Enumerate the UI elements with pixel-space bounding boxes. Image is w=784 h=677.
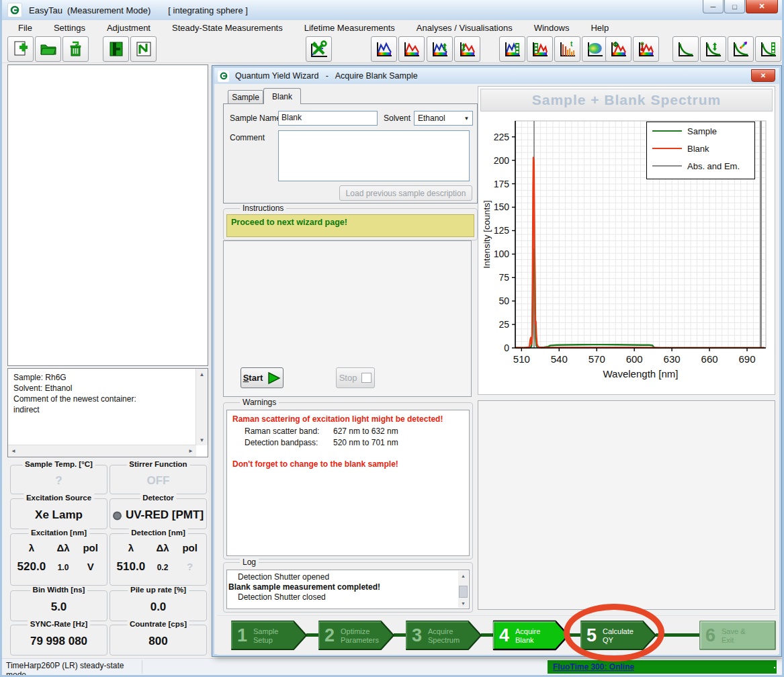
detection-pol-value: ?	[177, 561, 202, 574]
log-scrollbar[interactable]: ▲ ▼	[458, 571, 468, 608]
maximize-button[interactable]: □	[724, 0, 745, 13]
solvent-combobox[interactable]: Ethanol ▼	[414, 111, 473, 126]
svg-text:125: 125	[494, 225, 510, 236]
menu-item-steady-state[interactable]: Steady-State Measurements	[172, 23, 283, 33]
statusbar-online-indicator: FluoTime 300: Online	[548, 660, 777, 674]
scroll-down-icon[interactable]: ▼	[196, 435, 208, 445]
start-button[interactable]: Start	[241, 367, 284, 388]
svg-text:200: 200	[494, 155, 510, 166]
tcspc-histogram-icon[interactable]: t	[554, 36, 580, 62]
sample-info-hscrollbar[interactable]: ◄►	[8, 445, 196, 457]
close-button[interactable]: ✕	[746, 0, 778, 13]
instructions-title: Instructions	[240, 204, 286, 213]
load-previous-sample-button[interactable]: Load previous sample description	[339, 185, 472, 201]
menu-item-settings[interactable]: Settings	[54, 23, 85, 33]
app-logo-icon	[7, 3, 22, 17]
bin-width-label: Bin Width [ns]	[30, 586, 88, 594]
decay-series-icon[interactable]	[755, 36, 781, 62]
excitation-spectrum-icon[interactable]	[371, 36, 397, 62]
dialog-close-button[interactable]: ✕	[751, 69, 775, 82]
excitation-label: Excitation [nm]	[28, 529, 89, 537]
pol-header: pol	[78, 542, 103, 553]
wizard-step-4-acquire-blank[interactable]: 4AcquireBlank	[492, 620, 570, 651]
statusbar: TimeHarp260P (LR) steady-state mode Fluo…	[2, 658, 782, 675]
2d-map-icon[interactable]	[582, 36, 608, 62]
solvent-value: Ethanol	[415, 114, 461, 123]
svg-text:660: 660	[701, 353, 718, 365]
menu-item-file[interactable]: File	[18, 23, 32, 33]
stop-button[interactable]: Stop	[336, 367, 375, 388]
open-file-icon[interactable]	[35, 36, 61, 62]
delta-lambda-header: Δλ	[48, 542, 79, 553]
menu-item-help[interactable]: Help	[591, 23, 609, 33]
svg-text:570: 570	[589, 353, 605, 365]
temperature-series-icon[interactable]	[633, 36, 659, 62]
menu-item-analyses[interactable]: Analyses / Visualisations	[417, 23, 513, 33]
secondary-display-panel	[478, 400, 775, 610]
detection-label: Detection [nm]	[128, 529, 188, 537]
sync-rate-value: 79 998 080	[11, 635, 107, 648]
pileup-box: Pile up rate [%] 0.0	[110, 590, 207, 621]
wizard-step-1-sample-setup[interactable]: 1SampleSetup	[230, 620, 308, 651]
tab-blank[interactable]: Blank	[263, 88, 301, 104]
scroll-left-icon[interactable]: ◄	[8, 445, 19, 457]
wizard-step-2-optimize-parameters[interactable]: 2OptimizeParameters	[318, 620, 396, 651]
wizard-step-3-acquire-spectrum[interactable]: 3AcquireSpectrum	[405, 620, 483, 651]
legend-swatch-sample	[652, 130, 682, 132]
excitation-anisotropy-icon[interactable]	[427, 36, 453, 62]
emission-anisotropy-icon[interactable]	[454, 36, 480, 62]
svg-text:510: 510	[513, 353, 530, 365]
warnings-groupbox: Warnings Raman scattering of excitation …	[223, 402, 473, 559]
menu-item-windows[interactable]: Windows	[534, 23, 570, 33]
play-icon	[267, 372, 281, 384]
emission-spectrum-icon[interactable]	[398, 36, 425, 62]
batch-mode-icon[interactable]	[103, 36, 129, 62]
chevron-down-icon[interactable]: ▼	[461, 116, 472, 122]
sample-info-line: Comment of the newest container:	[13, 394, 194, 404]
pileup-label: Pile up rate [%]	[128, 586, 189, 594]
decay-wavelength-icon[interactable]	[728, 36, 754, 62]
measurement-display-panel	[7, 64, 208, 366]
quantum-yield-icon[interactable]: Φ	[605, 36, 631, 62]
excitation-series-icon[interactable]	[499, 36, 525, 62]
tab-sample[interactable]: Sample	[228, 90, 263, 104]
legend-swatch-abs-em	[652, 165, 682, 167]
scroll-up-icon[interactable]: ▲	[196, 369, 208, 379]
delta-lambda-header: Δλ	[148, 542, 178, 553]
minimize-button[interactable]: ─	[703, 0, 724, 13]
pol-header: pol	[177, 542, 202, 553]
svg-text:Intensity [counts]: Intensity [counts]	[482, 200, 492, 268]
scrollbar-thumb[interactable]	[459, 586, 468, 598]
resize-grip[interactable]	[773, 666, 781, 674]
sample-name-label: Sample Name	[230, 114, 281, 123]
statusbar-device-text: TimeHarp260P (LR) steady-state mode	[6, 661, 140, 677]
emission-series-icon[interactable]	[527, 36, 553, 62]
scroll-down-icon[interactable]: ▼	[458, 598, 468, 608]
svg-text:100: 100	[494, 249, 510, 259]
scroll-right-icon[interactable]: ►	[185, 445, 196, 457]
svg-text:175: 175	[494, 179, 510, 189]
menu-item-adjustment[interactable]: Adjustment	[107, 23, 150, 33]
scroll-up-icon[interactable]: ▲	[458, 571, 468, 580]
sample-info-vscrollbar[interactable]: ▲▼	[195, 369, 208, 445]
delete-icon[interactable]	[62, 36, 89, 62]
decay-icon[interactable]	[672, 36, 699, 62]
comment-textarea[interactable]	[278, 130, 470, 181]
decay-anisotropy-icon[interactable]	[700, 36, 726, 62]
sample-temp-value: ?	[11, 474, 107, 488]
sample-info-line: Sample: Rh6G	[13, 372, 194, 383]
menu-item-lifetime[interactable]: Lifetime Measurements	[304, 23, 395, 33]
svg-text:225: 225	[494, 132, 510, 142]
comment-label: Comment	[230, 133, 265, 142]
quantum-yield-wizard-dialog: Quantum Yield Wizard - Acquire Blank Sam…	[212, 66, 781, 656]
new-measurement-icon[interactable]	[7, 36, 34, 62]
wizard-step-6-save-exit[interactable]: 6Save &Exit	[699, 620, 777, 651]
spectrum-chart-panel: Sample + Blank Spectrum 0255075100125150…	[478, 86, 775, 395]
instructions-groupbox: Instructions Proceed to next wizard page…	[223, 208, 478, 240]
warning-blank-sample: Don't forget to change to the blank samp…	[232, 459, 464, 469]
svg-text:690: 690	[739, 353, 756, 365]
legend-label-abs-em: Abs. and Em.	[687, 161, 740, 171]
sample-name-input[interactable]: Blank	[278, 111, 378, 126]
adjustment-tools-icon[interactable]	[306, 36, 332, 62]
script-editor-icon[interactable]	[130, 36, 157, 62]
